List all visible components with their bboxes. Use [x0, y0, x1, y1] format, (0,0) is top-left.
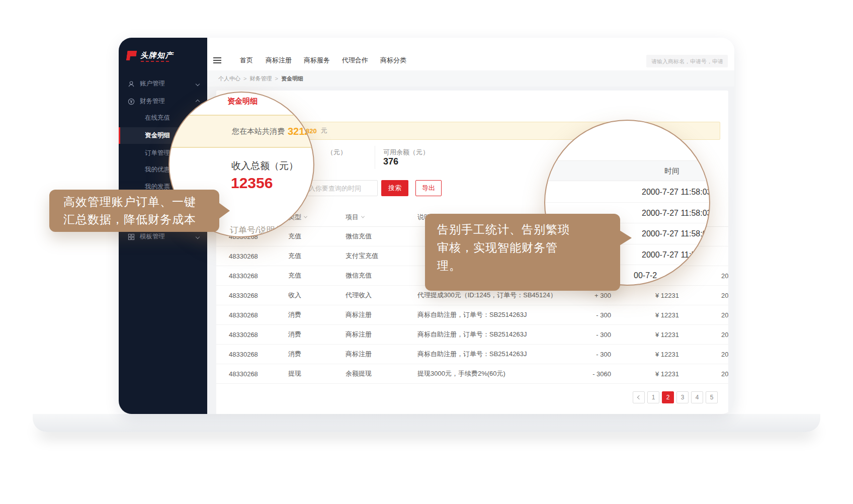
lens-page-title: 资金明细	[227, 97, 258, 106]
stats-divider	[375, 146, 375, 169]
callout-left: 高效管理账户订单、一键 汇总数据，降低财务成本	[49, 190, 219, 232]
cell-balance: ¥ 12231	[631, 286, 679, 305]
cell-amount: - 300	[563, 305, 611, 324]
lens-consumption-banner: 您在本站共消费 32124 元	[168, 115, 314, 148]
pagination-page-button[interactable]: 4	[691, 391, 703, 403]
cell-amount: - 300	[563, 325, 611, 344]
callout-left-line: 高效管理账户订单、一键	[63, 193, 219, 211]
breadcrumb-item[interactable]: 财务管理	[249, 75, 272, 82]
breadcrumb-item-current: 资金明细	[281, 75, 303, 82]
lens-time-header: 时间	[545, 160, 709, 181]
callout-arrow-icon	[219, 203, 230, 219]
cell-type: 消费	[288, 305, 301, 324]
callout-arrow-icon	[620, 230, 632, 245]
cell-time: 2000-7-27 11:58:03	[721, 305, 728, 324]
cell-order: 48330268	[229, 305, 258, 324]
cell-balance: ¥ 12231	[631, 325, 679, 344]
callout-right: 告别手工统计、告别繁琐 审核，实现智能财务管 理。	[425, 214, 620, 291]
nav-item-home[interactable]: 首页	[239, 56, 253, 65]
cell-type: 提现	[288, 364, 301, 383]
cell-item: 商标注册	[346, 305, 372, 324]
callout-right-line: 告别手工统计、告别繁琐	[437, 220, 620, 238]
export-button[interactable]: 导出	[415, 180, 442, 196]
sidebar-item-label: 资金明细	[145, 131, 170, 140]
sidebar-item-label: 订单管理	[145, 149, 170, 157]
banner-tail-unit: 元	[321, 126, 327, 135]
table-row: 48330268 消费 商标注册 商标自助注册，订单号：SB2514263J -…	[216, 325, 728, 345]
sidebar-item-label: 在线充值	[145, 114, 170, 122]
cell-order: 48330268	[229, 364, 258, 383]
lens-banner-prefix: 您在本站共消费	[232, 127, 285, 136]
chevron-left-icon	[637, 395, 641, 399]
lens-time-header-label: 时间	[664, 161, 679, 181]
breadcrumb-item[interactable]: 个人中心	[218, 75, 240, 82]
cell-type: 充值	[288, 246, 301, 266]
sidebar-item-finance[interactable]: 财务管理	[119, 93, 207, 110]
callout-right-line: 审核，实现智能财务管	[437, 238, 620, 257]
sidebar-item-label: 账户管理	[140, 79, 165, 88]
cell-order: 48330268	[229, 246, 258, 266]
pagination-page-button[interactable]: 1	[647, 391, 659, 403]
cell-time: 2000-7-27 11:58:03	[721, 364, 728, 383]
cell-amount: - 3060	[563, 364, 611, 383]
header-item[interactable]: 项目	[346, 208, 364, 226]
brand-logo-subtext	[141, 61, 169, 62]
nav-item-agent[interactable]: 代理合作	[342, 56, 368, 65]
cell-item: 余额提现	[346, 364, 372, 383]
lens-income-label: 收入总额（元）	[231, 159, 298, 173]
sidebar-item-account[interactable]: 账户管理	[119, 75, 207, 92]
cell-desc: 商标自助注册，订单号：SB2514263J	[417, 325, 527, 344]
cell-time: 2000-7-27 11:58:03	[721, 325, 728, 344]
cell-item: 微信充值	[346, 227, 372, 246]
page-background: 头牌知产 账户管理 财务管理 在线充值 资金明细	[0, 0, 853, 504]
pagination-page-button-active[interactable]: 2	[662, 391, 674, 403]
menu-icon[interactable]	[213, 57, 221, 63]
cell-item: 代理收入	[346, 286, 372, 305]
cell-type: 消费	[288, 345, 301, 364]
callout-right-line: 理。	[437, 257, 620, 275]
cell-balance: ¥ 12231	[631, 305, 679, 324]
lens-income-value: 12356	[231, 175, 273, 192]
callout-left-line: 汇总数据，降低财务成本	[63, 211, 219, 228]
nav-item-trademark-service[interactable]: 商标服务	[304, 56, 330, 65]
cell-desc: 商标自助注册，订单号：SB2514263J	[417, 345, 527, 364]
table-row: 48330268 消费 商标注册 商标自助注册，订单号：SB2514263J -…	[216, 305, 728, 325]
brand-logo[interactable]: 头牌知产	[127, 48, 174, 63]
pagination-page-button[interactable]: 3	[676, 391, 689, 403]
pagination-page-button[interactable]: 5	[706, 391, 718, 403]
breadcrumb-separator: >	[243, 75, 246, 81]
nav-item-trademark-register[interactable]: 商标注册	[266, 56, 292, 65]
chevron-down-icon	[196, 234, 200, 238]
nav-links: 首页 商标注册 商标服务 代理合作 商标分类	[239, 50, 406, 70]
pagination-prev-button[interactable]	[633, 391, 645, 403]
search-button[interactable]: 搜索	[381, 180, 408, 196]
nav-item-trademark-class[interactable]: 商标分类	[380, 56, 406, 65]
cell-time: 2000-7-27 11:58:03	[721, 286, 728, 305]
cell-type: 充值	[288, 227, 301, 246]
pagination: 1 2 3 4 5	[633, 391, 718, 403]
cell-item: 商标注册	[346, 325, 372, 344]
cell-order: 48330268	[229, 286, 258, 305]
cell-type: 消费	[288, 325, 301, 344]
cell-time: 2000-7-27 11:58:03	[721, 345, 728, 364]
cell-balance: ¥ 12231	[631, 364, 679, 383]
breadcrumb: 个人中心 > 财务管理 > 资金明细	[207, 70, 734, 87]
brand-logo-icon	[126, 51, 137, 60]
cell-balance: ¥ 12231	[631, 345, 679, 364]
sidebar-item-label: 模板管理	[140, 232, 165, 241]
sort-caret-icon	[304, 215, 307, 218]
chevron-down-icon	[196, 81, 200, 86]
chevron-up-icon	[196, 99, 200, 103]
brand-logo-text: 头牌知产	[140, 51, 174, 60]
cell-desc: 提现3000元，手续费2%(60元)	[417, 364, 505, 383]
cell-time: 2000-7-27 11:58:03	[721, 266, 728, 285]
finance-icon	[128, 98, 135, 105]
cell-type: 收入	[288, 286, 301, 305]
balance-value: 376	[383, 156, 398, 167]
cell-item: 商标注册	[346, 345, 372, 364]
trademark-search-input[interactable]	[646, 55, 728, 67]
sort-caret-icon	[361, 215, 365, 218]
lens-time-row: 2000-7-27 11:58:03	[545, 182, 709, 203]
cell-desc: 商标自助注册，订单号：SB2514263J	[417, 305, 527, 324]
sidebar-item-label: 财务管理	[140, 97, 165, 106]
